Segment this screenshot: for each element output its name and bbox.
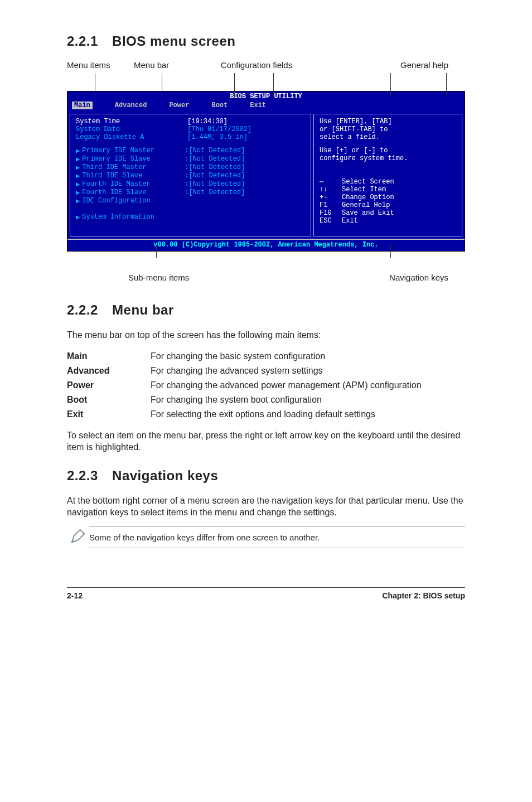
help-line: Use [+] or [-] to	[320, 147, 456, 154]
nav-row: ESCExit	[320, 217, 456, 225]
bios-menu-power: Power	[169, 102, 189, 109]
bios-value: [Thu 01/17/2002]	[187, 125, 305, 133]
submenu-arrow-icon: ▶	[76, 172, 80, 180]
bios-row-sysinfo: ▶System Information	[76, 213, 305, 221]
help-line: Use [ENTER], [TAB]	[320, 118, 456, 125]
menubar-intro: The menu bar on top of the screen has th…	[67, 329, 465, 341]
bios-footer: v00.00 (C)Copyright 1985-2002, American …	[67, 239, 465, 251]
bottom-annotation-row: Sub-menu items Navigation keys	[67, 273, 465, 282]
bios-row-systime: System Time [19:34:30]	[76, 118, 305, 125]
bios-value: :[Not Detected]	[185, 155, 305, 163]
page-number: 2-12	[67, 591, 83, 600]
nav-desc: Change Option	[342, 194, 394, 201]
pencil-icon	[67, 528, 89, 547]
item-name: Power	[67, 378, 151, 393]
submenu-arrow-icon: ▶	[76, 147, 80, 155]
item-name: Main	[67, 349, 151, 364]
section-title: Navigation keys	[112, 468, 218, 483]
nav-row: F10Save and Exit	[320, 209, 456, 217]
bios-row-ide: ▶Third IDE Slave:[Not Detected]	[76, 172, 305, 180]
nav-key: ↔	[320, 178, 342, 186]
table-row: MainFor changing the basic system config…	[67, 349, 422, 364]
chapter-label: Chapter 2: BIOS setup	[382, 591, 465, 600]
nav-key: F10	[320, 209, 342, 217]
note-box: Some of the navigation keys differ from …	[67, 526, 465, 548]
bios-label: IDE Configuration	[82, 197, 185, 205]
nav-row: F1General Help	[320, 201, 456, 209]
bios-label: System Time	[76, 118, 187, 125]
help-line: or [SHIFT-TAB] to	[320, 125, 456, 133]
bios-help-pane: Use [ENTER], [TAB] or [SHIFT-TAB] to sel…	[313, 114, 462, 236]
bios-menu-exit: Exit	[250, 102, 266, 109]
bios-value: :[Not Detected]	[185, 189, 305, 197]
nav-row: ↑↓Select Item	[320, 186, 456, 194]
bios-label: Fourth IDE Master	[82, 180, 185, 189]
section-title: Menu bar	[112, 302, 174, 317]
help-line: select a field.	[320, 133, 456, 141]
bios-nav-keys: ↔Select Screen ↑↓Select Item +-Change Op…	[320, 178, 456, 225]
submenu-arrow-icon: ▶	[76, 155, 80, 163]
nav-desc: Select Item	[342, 186, 386, 194]
section-title: BIOS menu screen	[112, 33, 235, 49]
bios-menu-bar: Main Advanced Power Boot Exit	[67, 100, 465, 112]
bios-row-ide: ▶Primary IDE Master:[Not Detected]	[76, 147, 305, 155]
annot-general-help: General help	[312, 60, 465, 70]
bios-menu-advanced: Advanced	[115, 102, 147, 109]
item-desc: For changing the basic system configurat…	[151, 349, 422, 364]
annot-menu-items: Menu items	[67, 60, 134, 70]
annot-navkeys: Navigation keys	[389, 273, 465, 282]
submenu-arrow-icon: ▶	[76, 163, 80, 172]
item-name: Boot	[67, 393, 151, 407]
submenu-arrow-icon: ▶	[76, 189, 80, 197]
under-connector-lines	[67, 252, 465, 263]
bios-label: Legacy Diskette A	[76, 133, 187, 141]
annot-menu-bar: Menu bar	[134, 60, 201, 70]
bios-value: :[Not Detected]	[185, 172, 305, 180]
nav-key: F1	[320, 201, 342, 209]
bios-title: BIOS SETUP UTILITY	[67, 91, 465, 100]
table-row: AdvancedFor changing the advanced system…	[67, 364, 422, 378]
nav-key: +-	[320, 194, 342, 201]
bios-left-pane: System Time [19:34:30] System Date [Thu …	[70, 114, 311, 236]
nav-row: ↔Select Screen	[320, 178, 456, 186]
bios-row-diskette: Legacy Diskette A [1.44M, 3.5 in]	[76, 133, 305, 141]
submenu-arrow-icon: ▶	[76, 197, 80, 205]
bios-screenshot: BIOS SETUP UTILITY Main Advanced Power B…	[67, 91, 465, 252]
nav-row: +-Change Option	[320, 194, 456, 201]
section-num: 2.2.3	[67, 468, 98, 483]
bios-label: Primary IDE Master	[82, 147, 185, 155]
nav-desc: Save and Exit	[342, 209, 394, 217]
table-row: ExitFor selecting the exit options and l…	[67, 407, 422, 422]
item-desc: For changing the system boot configurati…	[151, 393, 422, 407]
submenu-arrow-icon: ▶	[76, 180, 80, 189]
bios-row-ide: ▶Fourth IDE Master:[Not Detected]	[76, 180, 305, 189]
section-2-2-2-heading: 2.2.2 Menu bar	[67, 302, 465, 318]
item-name: Advanced	[67, 364, 151, 378]
help-line: configure system time.	[320, 154, 456, 162]
section-2-2-3-heading: 2.2.3 Navigation keys	[67, 468, 465, 484]
bios-row-ide: ▶Primary IDE Slave:[Not Detected]	[76, 155, 305, 163]
section-num: 2.2.1	[67, 33, 98, 49]
submenu-arrow-icon: ▶	[76, 213, 80, 221]
item-desc: For changing the advanced system setting…	[151, 364, 422, 378]
nav-key: ↑↓	[320, 186, 342, 194]
annotation-connector-lines	[67, 73, 465, 91]
bios-label: Primary IDE Slave	[82, 155, 185, 163]
bios-row-ide: ▶Third IDE Master:[Not Detected]	[76, 163, 305, 172]
bios-label: Third IDE Master	[82, 163, 185, 172]
bios-menu-boot: Boot	[211, 102, 228, 109]
bios-menu-main: Main	[72, 102, 93, 109]
note-text: Some of the navigation keys differ from …	[89, 526, 465, 548]
table-row: BootFor changing the system boot configu…	[67, 393, 422, 407]
section-num: 2.2.2	[67, 302, 98, 317]
navkeys-para: At the bottom right corner of a menu scr…	[67, 495, 465, 519]
item-desc: For changing the advanced power manageme…	[151, 378, 422, 393]
bios-value: [1.44M, 3.5 in]	[187, 133, 305, 141]
section-2-2-1-heading: 2.2.1 BIOS menu screen	[67, 33, 465, 49]
item-name: Exit	[67, 407, 151, 422]
bios-value: :[Not Detected]	[185, 180, 305, 189]
top-annotation-row: Menu items Menu bar Configuration fields…	[67, 60, 465, 70]
bios-value: :[Not Detected]	[185, 147, 305, 155]
bios-label: Fourth IDE Slave	[82, 189, 185, 197]
page-footer: 2-12 Chapter 2: BIOS setup	[67, 587, 465, 600]
